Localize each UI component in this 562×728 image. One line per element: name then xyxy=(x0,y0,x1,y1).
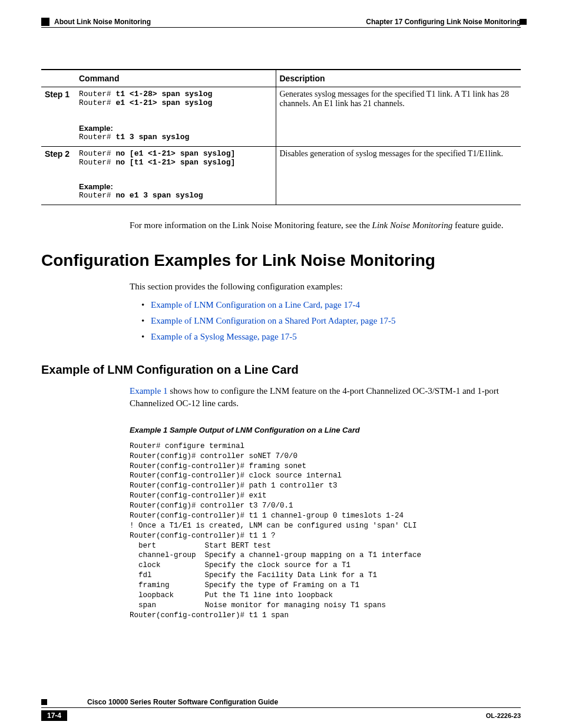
link-example-spa[interactable]: Example of LNM Configuration on a Shared… xyxy=(151,316,396,325)
links-list: Example of LNM Configuration on a Line C… xyxy=(141,300,521,342)
example-cmd: Router# t1 3 span syslog xyxy=(79,133,272,141)
description-cell: Disables generation of syslog messages f… xyxy=(276,147,521,172)
step-label: Step 1 xyxy=(41,87,75,114)
cmd-line: Router# no [t1 <1-21> span syslog] xyxy=(79,158,272,167)
description-cell: Generates syslog messages for the specif… xyxy=(276,87,521,114)
header-section-name: About Link Noise Monitoring xyxy=(54,18,151,26)
footer-marker-icon xyxy=(41,699,47,705)
list-item: Example of LNM Configuration on a Line C… xyxy=(141,300,521,310)
command-table-wrap: Command Description Step 1 Router# t1 <1… xyxy=(41,69,521,205)
cmd-line: Router# e1 <1-21> span syslog xyxy=(79,98,272,107)
header-right-rule-icon xyxy=(520,19,527,25)
col-description-header: Description xyxy=(276,70,521,87)
page-header: About Link Noise Monitoring Chapter 17 C… xyxy=(41,18,521,28)
h2-line-card-example: Example of LNM Configuration on a Line C… xyxy=(41,363,521,377)
list-item: Example of LNM Configuration on a Shared… xyxy=(141,316,521,326)
footer-guide-title: Cisco 10000 Series Router Software Confi… xyxy=(87,698,278,706)
code-block: Router# configure terminal Router(config… xyxy=(130,442,521,621)
doc-id: OL-2226-23 xyxy=(486,712,521,719)
example-title: Example 1 Sample Output of LNM Configura… xyxy=(130,426,521,434)
example-cmd: Router# no e1 3 span syslog xyxy=(79,191,272,200)
body-note: For more information on the Link Noise M… xyxy=(130,219,521,231)
link-example-line-card[interactable]: Example of LNM Configuration on a Line C… xyxy=(151,300,360,309)
link-example-syslog[interactable]: Example of a Syslog Message, page 17-5 xyxy=(151,332,297,341)
page-footer: Cisco 10000 Series Router Software Confi… xyxy=(41,698,521,721)
header-marker-icon xyxy=(41,18,49,26)
example-intro: Example 1 shows how to configure the LNM… xyxy=(130,385,521,409)
example-label: Example: xyxy=(79,182,272,191)
step-label: Step 2 xyxy=(41,147,75,172)
header-chapter: Chapter 17 Configuring Link Noise Monito… xyxy=(366,18,521,26)
h1-config-examples: Configuration Examples for Link Noise Mo… xyxy=(41,251,521,270)
intro-text: This section provides the following conf… xyxy=(130,281,521,293)
cmd-line: Router# t1 <1-28> span syslog xyxy=(79,90,272,98)
list-item: Example of a Syslog Message, page 17-5 xyxy=(141,332,521,342)
command-table: Command Description Step 1 Router# t1 <1… xyxy=(41,69,521,205)
link-example-1[interactable]: Example 1 xyxy=(130,386,168,396)
cmd-line: Router# no [e1 <1-21> span syslog] xyxy=(79,149,272,158)
page-number-tab: 17-4 xyxy=(41,710,67,721)
col-command-header: Command xyxy=(75,70,276,87)
example-label: Example: xyxy=(79,124,272,133)
